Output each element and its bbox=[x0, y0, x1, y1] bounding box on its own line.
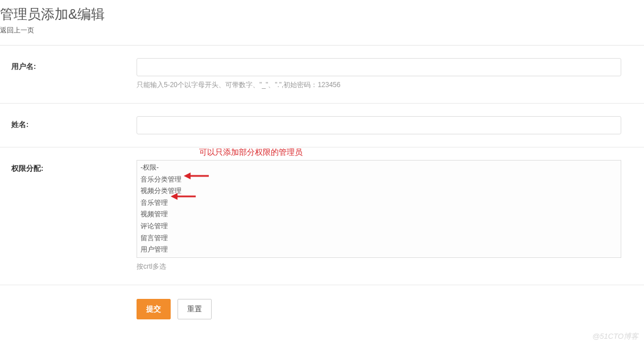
realname-row: 姓名: bbox=[0, 104, 644, 147]
permission-option[interactable]: 管理员管理 bbox=[137, 256, 621, 258]
action-row: 提交 重置 bbox=[0, 285, 644, 333]
permission-option[interactable]: 视频管理 bbox=[137, 208, 621, 220]
permission-select[interactable]: -权限-音乐分类管理视频分类管理音乐管理视频管理评论管理留言管理用户管理管理员管… bbox=[137, 160, 621, 258]
permission-option[interactable]: 视频分类管理 bbox=[137, 185, 621, 197]
username-input[interactable] bbox=[137, 58, 621, 76]
username-label: 用户名: bbox=[0, 58, 137, 72]
permission-row: 权限分配: 可以只添加部分权限的管理员 -权限-音乐分类管理视频分类管理音乐管理… bbox=[0, 147, 644, 285]
username-help-text: 只能输入5-20个以字母开头、可带数字、"_"、".",初始密码：123456 bbox=[137, 80, 621, 91]
permission-option[interactable]: 留言管理 bbox=[137, 232, 621, 244]
watermark: @51CTO博客 bbox=[592, 331, 638, 342]
permission-option[interactable]: 用户管理 bbox=[137, 244, 621, 256]
username-row: 用户名: 只能输入5-20个以字母开头、可带数字、"_"、".",初始密码：12… bbox=[0, 46, 644, 104]
back-link[interactable]: 返回上一页 bbox=[0, 25, 34, 36]
permission-label: 权限分配: bbox=[0, 160, 137, 174]
permission-option[interactable]: 音乐分类管理 bbox=[137, 174, 621, 186]
permission-option[interactable]: -权限- bbox=[137, 162, 621, 174]
permission-option[interactable]: 评论管理 bbox=[137, 220, 621, 232]
realname-input[interactable] bbox=[137, 116, 621, 134]
permission-help-text: 按crtl多选 bbox=[137, 261, 621, 272]
page-title: 管理员添加&编辑 bbox=[0, 5, 644, 24]
admin-form: 用户名: 只能输入5-20个以字母开头、可带数字、"_"、".",初始密码：12… bbox=[0, 45, 644, 333]
permission-option[interactable]: 音乐管理 bbox=[137, 197, 621, 209]
realname-label: 姓名: bbox=[0, 116, 137, 130]
permission-annotation: 可以只添加部分权限的管理员 bbox=[199, 147, 303, 158]
submit-button[interactable]: 提交 bbox=[137, 299, 171, 319]
reset-button[interactable]: 重置 bbox=[177, 299, 212, 319]
